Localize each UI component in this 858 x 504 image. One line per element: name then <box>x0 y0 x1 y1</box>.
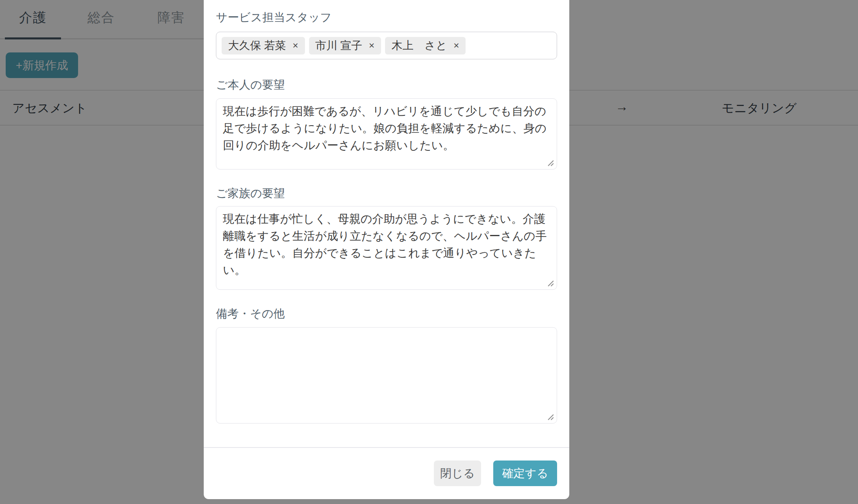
staff-field-label: サービス担当スタッフ <box>216 11 557 24</box>
remove-tag-icon[interactable]: × <box>369 41 375 50</box>
staff-tag: 大久保 若菜 × <box>222 37 305 54</box>
staff-tag: 市川 宣子 × <box>309 37 381 54</box>
staff-tag-name: 市川 宣子 <box>316 38 363 53</box>
confirm-button[interactable]: 確定する <box>493 461 557 486</box>
staff-tag: 木上 さと × <box>385 37 466 54</box>
remove-tag-icon[interactable]: × <box>293 41 298 50</box>
staff-tag-name: 木上 さと <box>392 38 447 53</box>
request-edit-modal: サービス担当スタッフ 大久保 若菜 × 市川 宣子 × 木上 さと × ご本人の… <box>204 0 569 499</box>
notes-textarea[interactable] <box>216 327 557 424</box>
resize-handle-icon[interactable] <box>547 159 554 167</box>
resize-handle-icon[interactable] <box>547 280 554 287</box>
modal-footer: 閉じる 確定する <box>216 448 557 486</box>
remove-tag-icon[interactable]: × <box>453 41 459 50</box>
notes-label: 備考・その他 <box>216 307 557 321</box>
resize-handle-icon[interactable] <box>547 413 554 421</box>
close-button[interactable]: 閉じる <box>434 461 481 486</box>
family-request-textarea[interactable]: 現在は仕事が忙しく、母親の介助が思うようにできない。介護離職をすると生活が成り立… <box>216 206 557 290</box>
person-request-textarea[interactable]: 現在は歩行が困難であるが、リハビリを通じて少しでも自分の足で歩けるようになりたい… <box>216 98 557 169</box>
staff-tag-name: 大久保 若菜 <box>228 38 286 53</box>
family-request-label: ご家族の要望 <box>216 187 557 200</box>
staff-multiselect-input[interactable]: 大久保 若菜 × 市川 宣子 × 木上 さと × <box>216 32 557 59</box>
person-request-label: ご本人の要望 <box>216 78 557 92</box>
